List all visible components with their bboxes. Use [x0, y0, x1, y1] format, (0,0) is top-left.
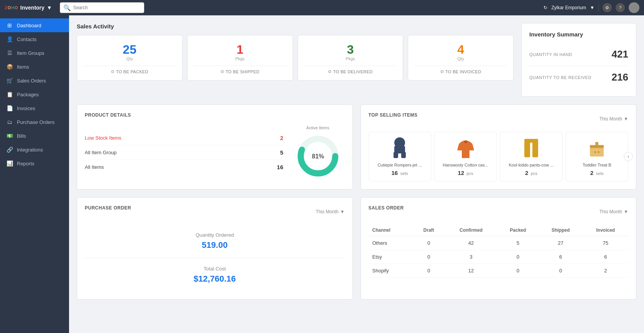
packed-label: ⊙ TO BE PACKED [83, 69, 176, 74]
donut-chart-container: Active Items 81% [291, 125, 345, 179]
item-group-label: All Item Group [85, 150, 117, 155]
item-3-name: Kool kiddo pants-cow ... [503, 163, 559, 167]
box-icon: ★ ★ [586, 137, 608, 160]
avatar[interactable] [629, 2, 639, 13]
divider [598, 4, 599, 12]
inventory-summary-title: Inventory Summary [529, 31, 628, 38]
others-packed: 5 [497, 236, 539, 250]
item-3-qty: 2 pcs [503, 170, 559, 176]
col-shipped: Shipped [539, 224, 583, 236]
contacts-icon: 👤 [6, 36, 13, 42]
top-selling-panel: TOP SELLING ITEMS This Month ▼ [361, 104, 637, 190]
sidebar-item-item-groups[interactable]: ☰ Item Groups [0, 46, 69, 60]
sweater-icon [455, 137, 476, 160]
so-row-shopify: Shopify 0 12 0 0 2 [369, 264, 629, 278]
delivered-label-icon: ⊙ [328, 69, 331, 74]
po-header: PURCHASE ORDER This Month ▼ [85, 205, 345, 218]
org-name[interactable]: Zylkar Emporium [551, 5, 586, 10]
search-input[interactable] [73, 5, 141, 10]
stat-row-low-stock[interactable]: Low Stock Items 2 [85, 131, 283, 145]
shipped-label: ⊙ TO BE SHIPPED [194, 69, 287, 74]
sidebar-item-label: Sales Orders [17, 78, 46, 84]
low-stock-value: 2 [280, 135, 283, 141]
po-title: PURCHASE ORDER [85, 205, 131, 211]
selling-item-3[interactable]: Kool kiddo pants-cow ... 2 pcs [500, 132, 562, 181]
item-2-icon [438, 137, 493, 160]
so-filter[interactable]: This Month ▼ [600, 209, 628, 214]
sidebar: ⊞ Dashboard 👤 Contacts ☰ Item Groups 📦 I… [0, 15, 69, 333]
selling-item-4[interactable]: ★ ★ Toddler Treat B 2 sets [566, 132, 628, 181]
item-groups-icon: ☰ [6, 50, 13, 56]
delivered-label: ⊙ TO BE DELIVERED [304, 69, 397, 74]
etsy-confirmed: 3 [445, 250, 497, 264]
inv-hand-value: 421 [612, 48, 628, 60]
so-filter-chevron: ▼ [624, 209, 628, 214]
sidebar-item-packages[interactable]: 📋 Packages [0, 87, 69, 101]
sidebar-item-purchase-orders[interactable]: 🗂 Purchase Orders [0, 115, 69, 129]
top-selling-title: TOP SELLING ITEMS [369, 112, 418, 118]
sidebar-item-label: Item Groups [17, 50, 44, 56]
layout: ⊞ Dashboard 👤 Contacts ☰ Item Groups 📦 I… [0, 15, 644, 333]
all-items-label: All Items [85, 164, 104, 170]
selling-items: Cutiepie Rompers-jet ... 16 sets [369, 132, 629, 181]
etsy-draft: 0 [413, 250, 445, 264]
invoiced-label-icon: ⊙ [440, 69, 444, 74]
others-draft: 0 [413, 236, 445, 250]
packages-icon: 📋 [6, 91, 13, 97]
all-items-value: 16 [277, 164, 283, 170]
activity-card-packed[interactable]: 25 Qty ⊙ TO BE PACKED [77, 35, 183, 81]
po-qty-value: 519.00 [85, 240, 345, 250]
org-chevron: ▼ [590, 5, 595, 10]
item-1-name: Cutiepie Rompers-jet ... [372, 163, 428, 167]
settings-icon[interactable]: ⚙ [603, 3, 612, 12]
svg-text:★ ★: ★ ★ [594, 150, 600, 154]
sidebar-item-reports[interactable]: 📊 Reports [0, 157, 69, 170]
sidebar-item-contacts[interactable]: 👤 Contacts [0, 32, 69, 46]
po-qty-label: Quantity Ordered [85, 232, 345, 238]
invoiced-label: ⊙ TO BE INVOICED [414, 69, 507, 74]
svg-rect-11 [595, 142, 598, 148]
purchase-orders-icon: 🗂 [6, 119, 13, 125]
middle-row: PRODUCT DETAILS Low Stock Items 2 All It… [77, 104, 636, 190]
activity-card-shipped[interactable]: 1 Pkgs ⊙ TO BE SHIPPED [187, 35, 293, 81]
sidebar-item-integrations[interactable]: 🔗 Integrations [0, 143, 69, 157]
inv-row-receive: QUANTITY TO BE RECEIVED 216 [529, 66, 628, 89]
stat-row-all-items: All Items 16 [85, 160, 283, 174]
col-confirmed: Confirmed [445, 224, 497, 236]
shipped-label-icon: ⊙ [221, 69, 224, 74]
invoiced-num: 4 [414, 43, 507, 56]
others-invoiced: 75 [583, 236, 628, 250]
activity-card-delivered[interactable]: 3 Pkgs ⊙ TO BE DELIVERED [298, 35, 404, 81]
shipped-num: 1 [194, 43, 287, 56]
activity-card-invoiced[interactable]: 4 Qty ⊙ TO BE INVOICED [408, 35, 514, 81]
svg-rect-5 [401, 152, 406, 158]
sales-order-panel: SALES ORDER This Month ▼ Channel Draft C… [361, 197, 637, 300]
sidebar-item-items[interactable]: 📦 Items [0, 60, 69, 74]
svg-rect-4 [394, 152, 398, 158]
sidebar-item-invoices[interactable]: 📄 Invoices [0, 101, 69, 115]
top-selling-filter[interactable]: This Month ▼ [600, 116, 628, 122]
po-filter[interactable]: This Month ▼ [316, 209, 344, 214]
pants-icon [520, 137, 542, 160]
integrations-icon: 🔗 [6, 147, 13, 153]
carousel-next-arrow[interactable]: › [624, 152, 633, 161]
low-stock-label[interactable]: Low Stock Items [85, 135, 121, 141]
col-invoiced: Invoiced [583, 224, 628, 236]
search-box[interactable]: 🔍 [60, 2, 144, 13]
sidebar-item-bills[interactable]: 💵 Bills [0, 129, 69, 143]
selling-item-1[interactable]: Cutiepie Rompers-jet ... 16 sets [369, 132, 431, 181]
selling-item-2[interactable]: Hanswooly Cotton cas... 12 pcs [434, 132, 497, 181]
dashboard-icon: ⊞ [6, 22, 13, 28]
so-table-header: Channel Draft Confirmed Packed Shipped I… [369, 224, 629, 236]
sales-activity-section: Sales Activity 25 Qty ⊙ TO BE PACKED [77, 23, 514, 97]
invoiced-unit: Qty [414, 56, 507, 61]
donut-label: Active Items [291, 125, 345, 130]
refresh-icon[interactable]: ↻ [544, 5, 547, 10]
po-filter-chevron: ▼ [340, 209, 345, 214]
product-details-panel: PRODUCT DETAILS Low Stock Items 2 All It… [77, 104, 353, 190]
app-logo[interactable]: ZOHO Inventory ▼ [5, 5, 52, 11]
sidebar-item-dashboard[interactable]: ⊞ Dashboard [0, 18, 69, 32]
sidebar-item-sales-orders[interactable]: 🛒 Sales Orders [0, 74, 69, 87]
help-icon[interactable]: ? [616, 3, 625, 12]
sales-orders-icon: 🛒 [6, 77, 13, 84]
